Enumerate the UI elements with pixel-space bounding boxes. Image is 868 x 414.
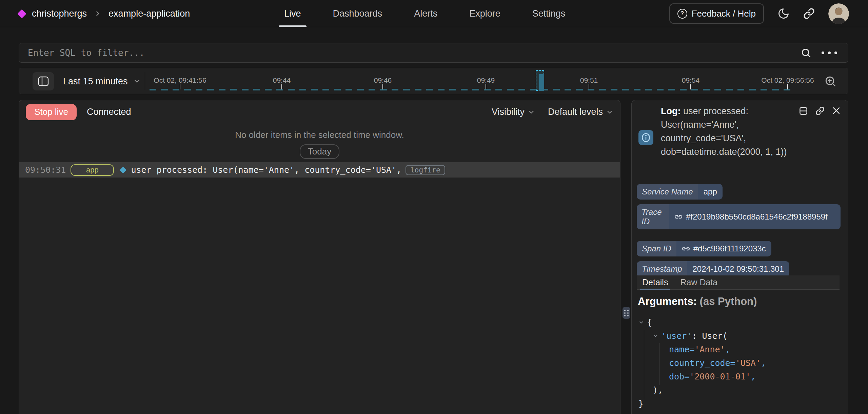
timeline-tick-mark (486, 84, 486, 89)
trace-id-chip[interactable]: Trace ID #f2019b98b550cd8a61546c2f918895… (637, 204, 841, 229)
timeline-tick-label: Oct 02, 09:41:56 (154, 76, 206, 84)
log-detail-title-prefix: Log: (661, 106, 680, 116)
log-detail-title: Log: user processed: User(name='Anne', c… (661, 104, 796, 159)
tab-settings-label: Settings (532, 8, 566, 19)
arguments-heading-text: Arguments: (638, 295, 697, 307)
tab-explore-label: Explore (469, 8, 500, 19)
span-id-chip[interactable]: Span ID #d5c996f11192033c (637, 241, 771, 256)
zoom-in-icon[interactable] (824, 75, 836, 87)
sql-filter-input[interactable] (19, 43, 801, 62)
tab-dashboards-label: Dashboards (333, 8, 382, 19)
tab-explore[interactable]: Explore (467, 0, 502, 27)
timeline-tick-mark (589, 84, 589, 89)
copy-link-icon[interactable] (815, 106, 825, 116)
filter-bar-icons (801, 47, 848, 58)
empty-window-message: No older items in the selected time wind… (19, 130, 620, 140)
more-options-icon[interactable] (822, 51, 837, 54)
collapse-chevron-icon[interactable] (638, 319, 644, 325)
code-line: dob='2000-01-01', (632, 370, 847, 383)
code-token: 'USA' (735, 358, 761, 368)
tab-settings[interactable]: Settings (530, 0, 568, 27)
user-avatar[interactable] (828, 3, 849, 24)
code-token: { (647, 317, 652, 327)
code-token: , (725, 345, 730, 354)
code-token: '2000-01-01' (689, 372, 751, 381)
scope-tag-badge[interactable]: logfire (406, 165, 445, 175)
code-token: 'Anne' (694, 345, 725, 354)
default-levels-dropdown[interactable]: Default levels (548, 107, 613, 117)
today-button[interactable]: Today (300, 144, 339, 159)
timeline-tick-label: Oct 02, 09:56:56 (761, 76, 814, 84)
code-token: name= (669, 345, 694, 354)
visibility-dropdown[interactable]: Visibility (492, 107, 535, 117)
code-line: country_code='USA', (632, 356, 847, 370)
tab-raw-data[interactable]: Raw Data (680, 275, 717, 289)
tab-raw-data-label: Raw Data (680, 277, 717, 287)
timeline-tick-mark (787, 84, 788, 89)
timeline-tick-mark (281, 84, 282, 89)
code-line: 'user': User( (632, 329, 847, 343)
breadcrumb-org[interactable]: christophergs (32, 8, 87, 19)
breadcrumb-project[interactable]: example-application (108, 8, 190, 19)
split-view-icon[interactable] (799, 106, 808, 116)
collapse-chevron-icon[interactable] (653, 333, 658, 339)
link-icon (674, 213, 683, 221)
code-token: User( (702, 331, 727, 341)
timeline-tick-label: 09:51 (580, 76, 598, 84)
nav-tabs: Live Dashboards Alerts Explore Settings (282, 0, 567, 27)
code-line: ), (632, 383, 847, 397)
tab-alerts[interactable]: Alerts (412, 0, 439, 27)
visibility-label: Visibility (492, 107, 525, 117)
stop-live-button[interactable]: Stop live (26, 104, 77, 120)
log-time: 09:50:31 (25, 165, 66, 175)
chevron-down-icon (606, 108, 613, 116)
code-token: country_code= (669, 358, 735, 368)
timeline-tick-label: 09:44 (273, 76, 291, 84)
timeline-bar: Last 15 minutes Oct 02, 09:41:5609:4409:… (19, 68, 848, 94)
code-line: } (632, 397, 847, 410)
link-icon (682, 245, 690, 253)
panel-resize-handle[interactable] (623, 307, 630, 319)
timeline-tick-label: 09:46 (374, 76, 392, 84)
default-levels-label: Default levels (548, 107, 603, 117)
timeline-tick-mark (382, 84, 383, 89)
timestamp-value: 2024-10-02 09:50:31.301 (687, 261, 789, 277)
nav-right-controls: Feedback / Help (669, 0, 849, 27)
trace-id-value[interactable]: #f2019b98b550cd8a61546c2f9188959f (686, 212, 828, 222)
code-token: dob= (669, 372, 689, 381)
log-level-diamond-icon (120, 167, 127, 173)
timeline-plot[interactable]: Oct 02, 09:41:5609:4409:4609:4909:5109:5… (19, 68, 848, 94)
code-token: ), (653, 385, 663, 395)
logfire-logo-icon[interactable] (17, 9, 26, 18)
timeline-activity-baseline (150, 89, 792, 90)
code-token: 'user' (661, 331, 692, 341)
code-line: { (632, 315, 847, 329)
timeline-tick-mark (180, 84, 180, 89)
share-link-icon[interactable] (803, 8, 815, 19)
close-icon[interactable] (832, 106, 841, 116)
feedback-help-button[interactable]: Feedback / Help (669, 3, 764, 24)
log-message: user processed: User(name='Anne', countr… (131, 165, 401, 175)
tab-dashboards[interactable]: Dashboards (331, 0, 384, 27)
code-token: } (638, 399, 644, 409)
sql-filter-bar (19, 43, 848, 63)
dark-mode-moon-icon[interactable] (777, 7, 790, 20)
service-tag-badge[interactable]: app (71, 164, 114, 176)
arguments-heading: Arguments: (as Python) (638, 295, 757, 308)
tab-live[interactable]: Live (282, 0, 303, 27)
span-id-value[interactable]: #d5c996f11192033c (693, 244, 766, 253)
span-id-label: Span ID (637, 241, 676, 256)
arguments-mode-text: (as Python) (700, 295, 757, 307)
tab-details[interactable]: Details (642, 275, 668, 289)
log-row[interactable]: 09:50:31 app user processed: User(name='… (19, 162, 620, 178)
code-token: , (751, 372, 756, 381)
tab-details-label: Details (642, 277, 668, 287)
code-token: : (692, 331, 702, 341)
timestamp-chip: Timestamp 2024-10-02 09:50:31.301 (637, 261, 789, 277)
search-icon[interactable] (801, 47, 811, 58)
trace-id-label: Trace ID (637, 204, 669, 229)
breadcrumb: christophergs example-application (19, 0, 190, 27)
log-detail-panel: Log: user processed: User(name='Anne', c… (631, 100, 848, 414)
breadcrumb-separator-icon (94, 10, 101, 17)
tab-alerts-label: Alerts (414, 8, 437, 19)
